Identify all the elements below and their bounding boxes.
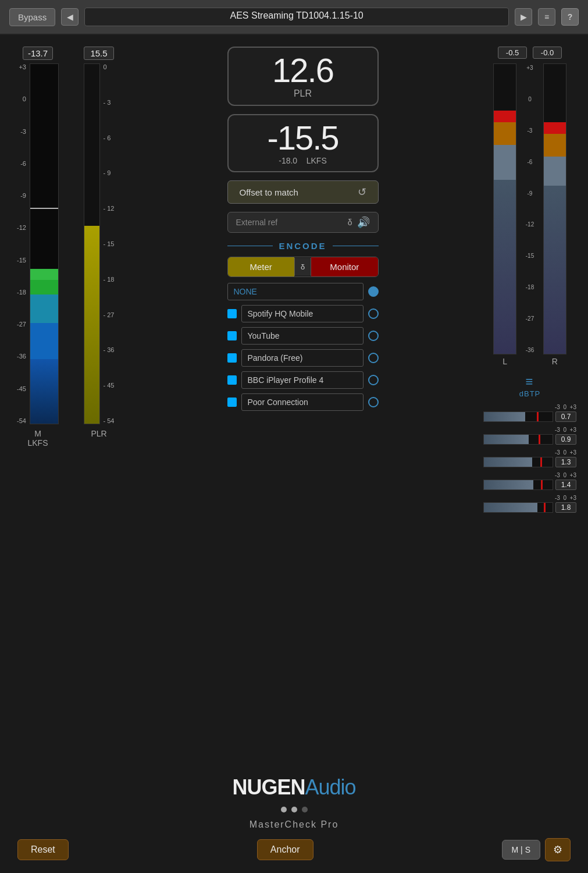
lr-scale: +3 0 -3 -6 -9 -12 -15 -18 -27 -36: [526, 63, 534, 354]
dbtp-bar-2: [483, 434, 553, 445]
spotify-color-box: [227, 309, 237, 318]
l-seg-orange: [494, 122, 516, 146]
youtube-color-box: [227, 331, 237, 340]
plr-display: 12.6 PLR: [227, 47, 379, 106]
gear-button[interactable]: ⚙: [545, 838, 571, 861]
r-value-box: -0.0: [533, 47, 562, 59]
encode-spotify-radio[interactable]: [368, 308, 379, 319]
bypass-button[interactable]: Bypass: [9, 8, 55, 26]
plr-big-number: 12.6: [272, 54, 333, 87]
ms-button[interactable]: M | S: [502, 840, 540, 860]
monitor-button[interactable]: Monitor: [311, 257, 377, 276]
lkfs-seg-green1: [30, 280, 58, 294]
r-seg-main: [544, 186, 566, 354]
encode-bbc-radio[interactable]: [368, 375, 379, 385]
plr-fill: [84, 226, 99, 424]
plr-value-display: 15.5: [84, 47, 114, 60]
meter-button[interactable]: Meter: [228, 257, 294, 276]
lr-meters-wrap: L +3 0 -3 -6 -9 -12 -15 -18 -27 -36: [489, 63, 571, 366]
r-seg-orange: [544, 134, 566, 157]
encode-youtube-radio[interactable]: [368, 331, 379, 341]
encode-section: ENCODE Meter δ Monitor NONE Spotify: [128, 241, 477, 411]
plr-bar: [84, 63, 100, 424]
encode-title: ENCODE: [279, 241, 326, 251]
encode-header: ENCODE: [227, 241, 379, 251]
dbtp-bar-4: [483, 480, 553, 490]
ext-ref-label: External ref: [236, 218, 343, 227]
reset-button[interactable]: Reset: [17, 839, 69, 860]
encode-spotify-button[interactable]: Spotify HQ Mobile: [241, 305, 364, 322]
plr-label: PLR: [91, 429, 106, 438]
encode-item-poor: Poor Connection: [227, 393, 379, 411]
dot-3[interactable]: [302, 807, 308, 812]
encode-bbc-button[interactable]: BBC iPlayer Profile 4: [241, 371, 364, 389]
bottom-area: NUGEN Audio MasterCheck Pro Reset Anchor…: [0, 769, 588, 873]
r-seg-empty: [544, 64, 566, 122]
r-meter: R: [539, 63, 571, 366]
encode-line-right: [333, 246, 379, 246]
dbtp-val-1: 0.7: [555, 411, 576, 422]
dbtp-bar-1: [483, 411, 553, 422]
lkfs-big-number: -15.5: [267, 121, 338, 155]
lkfs-big-label: -18.0 LKFS: [279, 156, 327, 165]
encode-item-none: NONE: [227, 283, 379, 300]
lkfs-seg-mid-blue: [30, 323, 58, 359]
anchor-button[interactable]: Anchor: [257, 839, 313, 860]
l-seg-upper: [494, 145, 516, 180]
bottom-right-buttons: M | S ⚙: [502, 838, 571, 861]
prev-button[interactable]: ◀: [61, 8, 79, 26]
encode-poor-button[interactable]: Poor Connection: [241, 393, 364, 411]
encode-pandora-radio[interactable]: [368, 353, 379, 363]
dots-row: [281, 807, 308, 812]
lr-value-row: -0.5 -0.0: [498, 47, 562, 59]
main-content: -13.7 +3 0 -3 -6 -9 -12 -15 -18 -27 -36 …: [0, 35, 588, 769]
l-seg-empty: [494, 64, 516, 111]
dbtp-item-3: -3 0 +3 1.3: [483, 449, 576, 467]
plr-meter-wrap: 0 - 3 - 6 - 9 - 12 - 15 - 18 - 27 - 36 -…: [84, 63, 115, 424]
right-section: -0.5 -0.0 L +3 0 -3: [483, 47, 576, 769]
delta-icon: δ: [348, 218, 352, 227]
encode-line-left: [227, 246, 273, 246]
r-label: R: [552, 357, 558, 366]
plr-meter-section: 15.5 0 - 3 - 6 - 9 - 12 - 15 - 18 - 27 -…: [76, 47, 122, 769]
dot-1[interactable]: [281, 807, 287, 812]
r-seg-red: [544, 122, 566, 134]
lkfs-label: M LKFS: [27, 429, 48, 448]
dbtp-item-2: -3 0 +3 0.9: [483, 427, 576, 445]
preset-name: AES Streaming TD1004.1.15-10: [84, 8, 509, 26]
lkfs-seg-low-blue: [30, 359, 58, 424]
help-button[interactable]: ?: [561, 8, 579, 26]
l-seg-red: [494, 111, 516, 122]
lkfs-meter-section: -13.7 +3 0 -3 -6 -9 -12 -15 -18 -27 -36 …: [12, 47, 64, 769]
dbtp-val-4: 1.4: [555, 480, 576, 490]
encode-pandora-button[interactable]: Pandora (Free): [241, 349, 364, 367]
encode-list: NONE Spotify HQ Mobile YouTube: [227, 283, 379, 411]
next-button[interactable]: ▶: [515, 8, 532, 26]
dot-2[interactable]: [291, 807, 297, 812]
plr-big-label: PLR: [294, 88, 312, 99]
encode-poor-radio[interactable]: [368, 397, 379, 407]
dbtp-bar-3: [483, 457, 553, 467]
brand-audio: Audio: [305, 775, 355, 800]
product-name: MasterCheck Pro: [250, 819, 339, 830]
l-label: L: [503, 357, 507, 366]
bottom-controls: Reset Anchor M | S ⚙: [12, 838, 576, 861]
delta-button[interactable]: δ: [294, 258, 311, 276]
dbtp-item-4: -3 0 +3 1.4: [483, 472, 576, 490]
l-bar-container: [493, 63, 516, 354]
r-seg-upper: [544, 157, 566, 186]
dbtp-item-5: -3 0 +3 1.8: [483, 495, 576, 513]
encode-item-pandora: Pandora (Free): [227, 349, 379, 367]
encode-youtube-button[interactable]: YouTube: [241, 327, 364, 345]
list-button[interactable]: ≡: [538, 8, 555, 26]
lkfs-display: -15.5 -18.0 LKFS: [227, 114, 379, 172]
encode-none-button[interactable]: NONE: [227, 283, 364, 300]
external-ref-row: External ref δ 🔊: [227, 212, 379, 233]
encode-none-radio[interactable]: [368, 286, 379, 297]
speaker-icon: 🔊: [357, 216, 370, 229]
r-bar-container: [543, 63, 566, 354]
l-meter: L: [489, 63, 521, 366]
lkfs-bar: [30, 63, 59, 424]
center-section: 12.6 PLR -15.5 -18.0 LKFS Offset to matc…: [128, 47, 477, 769]
offset-button[interactable]: Offset to match ↺: [227, 180, 379, 204]
